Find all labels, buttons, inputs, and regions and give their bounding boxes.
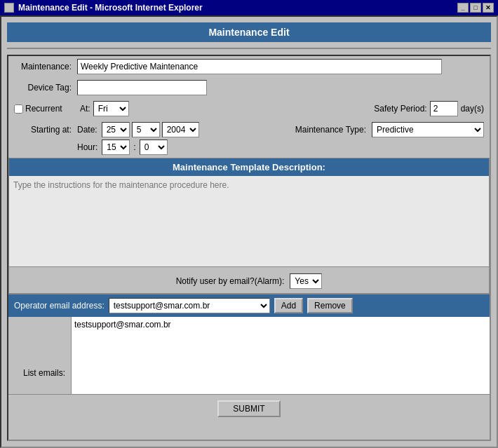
starting-inputs: Date: 25 12345 5 1234 6789 101112 2004 2…	[77, 122, 199, 155]
list-emails-label-area: List emails:	[8, 317, 71, 394]
days-label: day(s)	[461, 104, 484, 114]
email-address-row: Operator email address: testsupport@smar…	[8, 294, 490, 317]
template-textarea[interactable]	[9, 176, 489, 267]
submit-row: SUBMIT	[8, 395, 490, 423]
device-tag-row: Device Tag:	[8, 77, 490, 98]
template-section-header: Maintenance Template Description:	[9, 158, 489, 176]
page-header: Maintenance Edit	[7, 22, 491, 42]
date-label: Date:	[77, 125, 97, 135]
hour-row: Hour: 15 01234 56789 1011121314 16171819…	[77, 140, 199, 155]
safety-period-input[interactable]	[430, 101, 458, 116]
list-emails-section: List emails: testsupport@smar.com.br	[8, 317, 490, 395]
close-button[interactable]: ✕	[483, 3, 494, 13]
notify-row: Notify user by email?(Alarm): Yes No	[9, 269, 489, 294]
notify-label: Notify user by email?(Alarm):	[176, 276, 285, 286]
main-form-box: Maintenance: Device Tag: Recurrent At: F…	[7, 55, 491, 441]
email-address-select[interactable]: testsupport@smar.com.br	[109, 298, 270, 313]
maintenance-type-select[interactable]: Predictive Preventive Corrective	[372, 122, 484, 137]
app-icon	[4, 3, 14, 13]
recurrent-checkbox[interactable]	[14, 104, 23, 114]
window-body: Maintenance Edit Maintenance: Device Tag…	[0, 15, 498, 448]
date-row: Date: 25 12345 5 1234 6789 101112 2004 2…	[77, 122, 199, 137]
date-day-select[interactable]: 25 12345	[102, 122, 130, 137]
divider	[7, 48, 491, 49]
submit-button[interactable]: SUBMIT	[217, 400, 280, 417]
colon-separator: :	[133, 142, 135, 152]
at-label: At:	[80, 104, 90, 114]
recurrent-checkbox-label: Recurrent	[14, 104, 77, 114]
maintenance-input[interactable]	[77, 59, 442, 74]
date-month-select[interactable]: 5 1234 6789 101112	[132, 122, 160, 137]
minimize-button[interactable]: _	[457, 3, 469, 13]
starting-at-row: Starting at: Date: 25 12345 5 1234 6789 …	[8, 119, 490, 158]
minute-select[interactable]: 0 5101520 25303540 455055	[140, 140, 168, 155]
page-title: Maintenance Edit	[208, 27, 289, 38]
maximize-button[interactable]: □	[470, 3, 481, 13]
device-tag-label: Device Tag:	[14, 83, 77, 93]
maintenance-row: Maintenance:	[8, 56, 490, 77]
remove-button[interactable]: Remove	[307, 298, 353, 313]
add-button[interactable]: Add	[274, 298, 303, 313]
template-section: Maintenance Template Description: Notify…	[8, 158, 490, 294]
hour-select[interactable]: 15 01234 56789 1011121314 1617181920 212…	[102, 140, 130, 155]
notify-select[interactable]: Yes No	[290, 273, 322, 289]
list-emails-left: List emails:	[8, 317, 72, 394]
maintenance-type-label: Maintenance Type:	[295, 125, 366, 135]
window-controls: _ □ ✕	[457, 3, 494, 13]
date-year-select[interactable]: 2004 200320052006	[162, 122, 199, 137]
recurrent-row: Recurrent At: Fri Mon Tue Wed Thu Sat Su…	[8, 98, 490, 119]
recurrent-label: Recurrent	[25, 104, 62, 114]
hour-label: Hour:	[77, 142, 97, 152]
maintenance-type-section: Maintenance Type: Predictive Preventive …	[295, 122, 484, 137]
email-address-label: Operator email address:	[14, 301, 105, 311]
starting-at-label: Starting at:	[14, 122, 77, 135]
title-bar: Maintenance Edit - Microsoft Internet Ex…	[0, 0, 498, 15]
window-title: Maintenance Edit - Microsoft Internet Ex…	[18, 3, 203, 13]
safety-period-label: Safety Period:	[374, 104, 426, 114]
list-emails-label: List emails:	[23, 368, 65, 378]
maintenance-label: Maintenance:	[14, 62, 77, 72]
device-tag-input[interactable]	[77, 80, 207, 95]
safety-section: Safety Period: day(s)	[374, 101, 484, 116]
day-select[interactable]: Fri Mon Tue Wed Thu Sat Sun	[93, 101, 129, 116]
list-emails-textarea[interactable]: testsupport@smar.com.br	[72, 317, 490, 394]
